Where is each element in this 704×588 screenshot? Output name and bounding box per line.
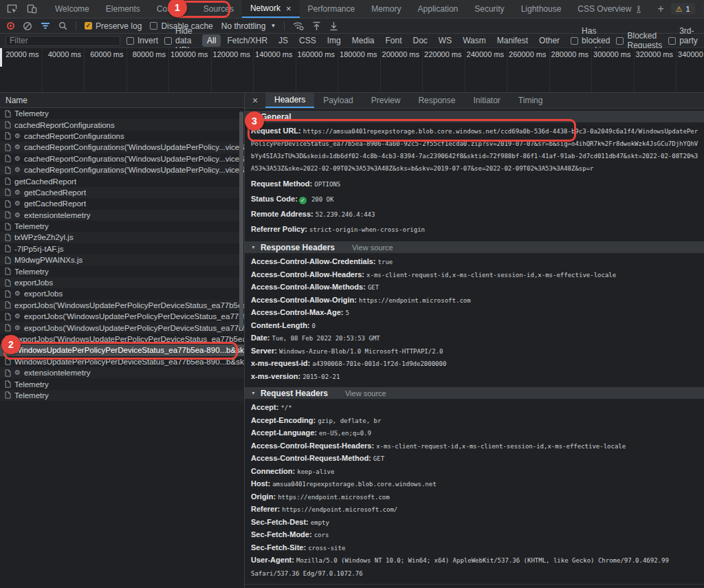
document-icon bbox=[5, 290, 11, 298]
panel-tab[interactable]: Security bbox=[466, 0, 512, 18]
inspect-element-icon[interactable] bbox=[7, 4, 17, 14]
search-icon[interactable] bbox=[58, 21, 67, 30]
device-toolbar-icon[interactable] bbox=[27, 4, 37, 14]
request-name: exportJobs('WindowsUpdatePerPolicyPerDev… bbox=[14, 301, 244, 309]
record-network-log-button[interactable] bbox=[7, 22, 14, 30]
type-filter-pill[interactable]: JS bbox=[274, 34, 293, 47]
request-row[interactable]: ⚙ exportJobs('WindowsUpdatePerPolicyPerD… bbox=[0, 322, 244, 333]
response-headers-section-header[interactable]: ▼ Response Headers View source bbox=[245, 241, 704, 253]
detail-tab[interactable]: Payload bbox=[314, 93, 362, 108]
request-row[interactable]: exportJobs bbox=[0, 277, 244, 288]
request-url-value: https://amsua0401repexpstorage.blob.core… bbox=[251, 128, 698, 172]
type-filter-pill[interactable]: Wasm bbox=[458, 34, 491, 47]
header-row: Sec-Fetch-Site: cross-site bbox=[251, 542, 698, 555]
request-row[interactable]: M9dwgPWAINXs.js bbox=[0, 254, 244, 265]
request-row[interactable]: Telemetry bbox=[0, 378, 244, 389]
panel-tab[interactable]: Welcome bbox=[47, 0, 98, 18]
detail-tab[interactable]: Headers bbox=[265, 93, 314, 108]
timeline-tick-label: 60000 ms bbox=[85, 48, 127, 92]
panel-tab[interactable]: Sources bbox=[195, 0, 242, 18]
request-row[interactable]: ⚙ getCachedReport bbox=[0, 198, 244, 209]
request-row[interactable]: ⚙ extensiontelemetry bbox=[0, 210, 244, 221]
request-row[interactable]: ⚙ cachedReportConfigurations('WindowsUpd… bbox=[0, 153, 244, 164]
request-row[interactable]: exportJobs('WindowsUpdatePerPolicyPerDev… bbox=[0, 334, 244, 345]
filter-toggle-icon[interactable] bbox=[41, 22, 50, 30]
request-row[interactable]: exportJobs('WindowsUpdatePerPolicyPerDev… bbox=[0, 300, 244, 311]
throttling-select[interactable]: No throttling ▼ bbox=[221, 21, 276, 31]
request-row[interactable]: txWPz9eZh2yl.js bbox=[0, 232, 244, 243]
view-source-link[interactable]: View source bbox=[345, 389, 386, 398]
network-overview-timeline[interactable]: 20000 ms 40000 ms 60000 ms 80000 ms 1000… bbox=[0, 48, 704, 93]
panel-tab[interactable]: Network × bbox=[242, 0, 300, 18]
close-tab-icon[interactable]: × bbox=[286, 3, 292, 14]
disclosure-triangle-icon[interactable]: ▼ bbox=[251, 245, 256, 250]
general-section-header[interactable]: ▼ General bbox=[245, 111, 704, 122]
request-row[interactable]: ⚙ cachedReportConfigurations bbox=[0, 131, 244, 142]
filter-input[interactable] bbox=[6, 36, 120, 46]
preserve-log-checkbox[interactable]: ✓ Preserve log bbox=[85, 21, 142, 31]
type-filter-pill[interactable]: Doc bbox=[408, 34, 432, 47]
request-row[interactable]: Telemetry bbox=[0, 108, 244, 119]
blocked-requests-checkbox[interactable]: ✓ Blocked Requests bbox=[616, 31, 662, 50]
request-row[interactable]: cachedReportConfigurations bbox=[0, 119, 244, 130]
request-row[interactable]: Telemetry bbox=[0, 265, 244, 276]
detail-tab[interactable]: Response bbox=[409, 93, 464, 108]
warnings-badge[interactable]: ⚠ 1 bbox=[671, 3, 695, 14]
request-row[interactable]: ⚙ exportJobs bbox=[0, 288, 244, 299]
type-filter-pill[interactable]: Img bbox=[322, 34, 346, 47]
type-filter-pill[interactable]: WS bbox=[434, 34, 456, 47]
request-row[interactable]: ⚙ getCachedReport bbox=[0, 187, 244, 198]
import-har-icon[interactable] bbox=[312, 21, 321, 31]
type-filter-pill[interactable]: Other bbox=[534, 34, 564, 47]
request-row[interactable]: ⚙ exportJobs('WindowsUpdatePerPolicyPerD… bbox=[0, 311, 244, 322]
request-row[interactable]: -7lPp5rj-tAF.js bbox=[0, 243, 244, 254]
panel-tab[interactable]: Lighthouse bbox=[513, 0, 570, 18]
detail-tab[interactable]: Preview bbox=[362, 93, 410, 108]
type-filter-pill[interactable]: Font bbox=[380, 34, 406, 47]
panel-tab[interactable]: Application bbox=[410, 0, 467, 18]
export-har-icon[interactable] bbox=[329, 21, 338, 31]
detail-tab[interactable]: Initiator bbox=[464, 93, 509, 108]
panel-tab-label: Memory bbox=[371, 4, 401, 14]
type-filter-pill[interactable]: All bbox=[202, 34, 221, 47]
request-headers-section-header[interactable]: ▼ Request Headers View source bbox=[245, 387, 704, 399]
type-filter-pill[interactable]: Manifest bbox=[492, 34, 533, 47]
timeline-tick-label: 240000 ms bbox=[465, 48, 508, 92]
panel-tab[interactable]: Console bbox=[148, 0, 195, 18]
type-filter-pill[interactable]: CSS bbox=[294, 34, 321, 47]
name-column-header[interactable]: Name bbox=[0, 93, 244, 108]
close-detail-icon[interactable]: × bbox=[245, 93, 265, 108]
panel-tabs: Welcome Elements Console Sour bbox=[47, 0, 671, 18]
request-row[interactable]: ⚙ cachedReportConfigurations('WindowsUpd… bbox=[0, 164, 244, 175]
type-filter-pill[interactable]: Media bbox=[347, 34, 380, 47]
clear-network-log-button[interactable] bbox=[23, 21, 32, 31]
type-filter-pill[interactable]: Fetch/XHR bbox=[222, 34, 272, 47]
request-row[interactable]: ⚙ cachedReportConfigurations('WindowsUpd… bbox=[0, 142, 244, 153]
request-name: txWPz9eZh2yl.js bbox=[14, 233, 74, 241]
panel-tab-label: Lighthouse bbox=[521, 4, 562, 14]
view-source-link[interactable]: View source bbox=[352, 243, 393, 252]
request-row[interactable]: Telemetry bbox=[0, 221, 244, 232]
panel-tab[interactable]: Elements bbox=[98, 0, 148, 18]
network-conditions-icon[interactable] bbox=[293, 21, 304, 30]
request-row[interactable]: Telemetry bbox=[0, 390, 244, 401]
preflight-gear-icon: ⚙ bbox=[14, 313, 21, 320]
request-list-scrollbar-thumb[interactable] bbox=[239, 111, 243, 328]
panel-tab[interactable]: CSS Overview bbox=[569, 0, 650, 18]
request-row[interactable]: getCachedReport bbox=[0, 175, 244, 186]
panel-tab-label: Application bbox=[418, 4, 459, 14]
disclosure-triangle-icon[interactable]: ▼ bbox=[251, 391, 256, 395]
invert-checkbox[interactable]: ✓ Invert bbox=[126, 36, 158, 45]
disclosure-triangle-icon[interactable]: ▼ bbox=[251, 114, 256, 119]
panel-tab[interactable]: Performance bbox=[300, 0, 364, 18]
panel-tab[interactable]: Memory bbox=[363, 0, 409, 18]
request-row[interactable]: ⚙ extensiontelemetry bbox=[0, 367, 244, 378]
document-icon bbox=[5, 380, 11, 388]
request-name: extensiontelemetry bbox=[24, 369, 91, 377]
timeline-drag-handle[interactable] bbox=[0, 48, 2, 67]
request-row[interactable]: WindowsUpdatePerPolicyPerDeviceStatus_ea… bbox=[0, 356, 244, 367]
more-tools-plus-icon[interactable]: + bbox=[650, 0, 670, 18]
request-row[interactable]: WindowsUpdatePerPolicyPerDeviceStatus_ea… bbox=[0, 345, 244, 356]
detail-tab[interactable]: Timing bbox=[509, 93, 552, 108]
general-section-body: Request URL: https://amsua0401repexpstor… bbox=[245, 122, 704, 241]
